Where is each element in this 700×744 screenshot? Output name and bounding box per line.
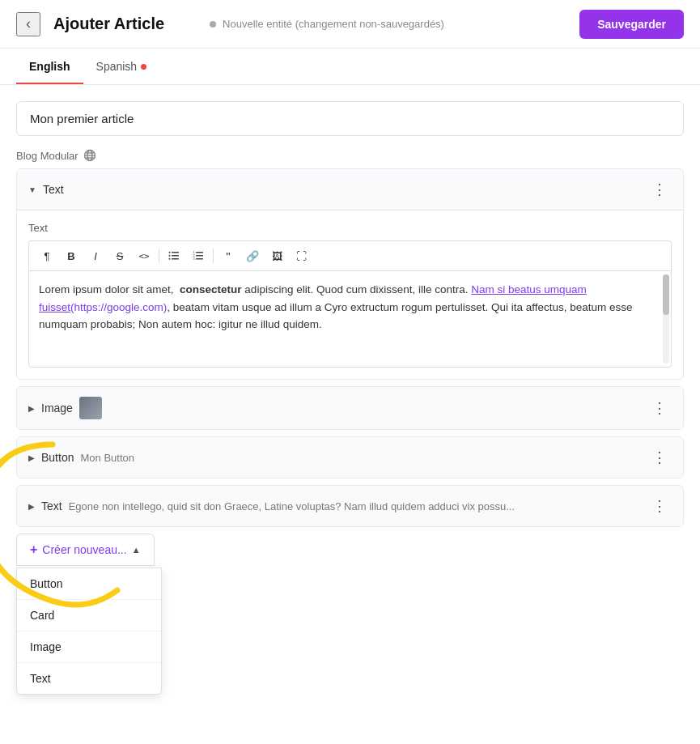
toolbar-fullscreen-btn[interactable]: ⛶ <box>290 244 312 267</box>
header: ‹ Ajouter Article Nouvelle entité (chang… <box>0 0 700 49</box>
svg-rect-7 <box>172 258 179 260</box>
toolbar-code-btn[interactable]: <> <box>133 244 155 267</box>
image-block: ▶ Image ⋮ <box>16 386 684 430</box>
svg-rect-13 <box>196 258 203 260</box>
svg-rect-6 <box>172 255 179 257</box>
chevron-down-icon: ▼ <box>28 185 36 194</box>
scrollbar-down-arrow[interactable]: ▼ <box>663 363 669 368</box>
blog-modular-label: Blog Modular <box>16 149 684 162</box>
svg-point-10 <box>169 258 171 260</box>
chevron-right-icon-3: ▶ <box>28 502 35 511</box>
image-block-label: Image <box>41 402 73 415</box>
button-block-label: Button <box>41 451 74 464</box>
tab-english-label: English <box>29 60 70 73</box>
globe-icon <box>83 149 96 162</box>
page-title: Ajouter Article <box>53 15 164 33</box>
image-block-menu-button[interactable]: ⋮ <box>647 398 672 419</box>
inner-text-label: Text <box>28 222 672 234</box>
button-block-menu-button[interactable]: ⋮ <box>647 447 672 468</box>
button-block-preview: Mon Button <box>80 452 641 464</box>
editor-wrapper: Lorem ipsum dolor sit amet, consectetur … <box>28 270 672 368</box>
status-dot <box>210 21 216 28</box>
plus-icon: + <box>30 542 37 557</box>
toolbar-italic-btn[interactable]: I <box>84 244 107 267</box>
toolbar-strikethrough-btn[interactable]: S <box>108 244 131 267</box>
toolbar-image-btn[interactable]: 🖼 <box>265 244 288 267</box>
image-block-header[interactable]: ▶ Image ⋮ <box>17 387 683 429</box>
text-block-1-body: Text ¶ B I S <> <box>17 210 683 379</box>
svg-rect-11 <box>196 252 203 253</box>
dropdown-item-card[interactable]: Card <box>17 600 161 631</box>
status-area: Nouvelle entité (changement non-sauvegar… <box>210 18 444 30</box>
back-button[interactable]: ‹ <box>16 12 40 36</box>
toolbar-paragraph-btn[interactable]: ¶ <box>36 244 58 267</box>
toolbar-link-btn[interactable]: 🔗 <box>241 244 264 267</box>
create-new-dropdown: Button Card Image Text <box>16 568 162 695</box>
chevron-right-icon: ▶ <box>28 404 35 413</box>
text-block-2: ▶ Text Egone non intellego, quid sit don… <box>16 485 684 527</box>
toolbar-ol-btn[interactable]: 1 2 3 <box>187 244 210 267</box>
tab-spanish-label: Spanish <box>96 60 138 73</box>
text-block-1: ▼ Text ⋮ Text ¶ B I S <> <box>16 168 684 380</box>
status-text: Nouvelle entité (changement non-sauvegar… <box>223 18 444 30</box>
svg-rect-5 <box>172 252 179 253</box>
editor-content: Lorem ipsum dolor sit amet, consectetur … <box>39 283 633 330</box>
text-block-2-preview: Egone non intellego, quid sit don Graece… <box>69 500 641 512</box>
language-tabs: English Spanish <box>0 49 700 85</box>
chevron-right-icon-2: ▶ <box>28 453 35 462</box>
blog-modular-text: Blog Modular <box>16 150 78 162</box>
scrollbar-thumb[interactable] <box>663 274 669 315</box>
text-block-2-label: Text <box>41 500 62 512</box>
text-block-1-label: Text <box>43 183 64 196</box>
editor-area[interactable]: Lorem ipsum dolor sit amet, consectetur … <box>28 270 672 368</box>
toolbar-sep-2 <box>213 249 214 263</box>
svg-point-8 <box>169 252 171 253</box>
svg-point-9 <box>169 255 171 257</box>
button-block-header[interactable]: ▶ Button Mon Button ⋮ <box>17 437 683 478</box>
text-block-2-menu-button[interactable]: ⋮ <box>647 495 672 517</box>
create-new-label: Créer nouveau... <box>42 543 126 556</box>
save-button[interactable]: Sauvegarder <box>579 10 684 39</box>
create-new-button[interactable]: + Créer nouveau... ▲ <box>16 534 155 566</box>
editor-toolbar: ¶ B I S <> <box>28 240 672 270</box>
spanish-unsaved-dot <box>141 64 146 70</box>
button-block: ▶ Button Mon Button ⋮ <box>16 436 684 478</box>
caret-up-icon: ▲ <box>132 545 141 555</box>
tab-spanish[interactable]: Spanish <box>83 49 160 84</box>
svg-text:3: 3 <box>193 257 196 261</box>
text-block-1-header[interactable]: ▼ Text ⋮ <box>17 169 683 210</box>
list-ul-icon <box>168 250 180 261</box>
toolbar-ul-btn[interactable] <box>163 244 185 267</box>
tab-english[interactable]: English <box>16 49 83 84</box>
text-block-1-menu-button[interactable]: ⋮ <box>647 179 672 200</box>
create-new-area: + Créer nouveau... ▲ Button Card Image T… <box>16 534 684 566</box>
list-ol-icon: 1 2 3 <box>193 250 204 261</box>
dropdown-item-button[interactable]: Button <box>17 568 161 600</box>
dropdown-item-text[interactable]: Text <box>17 663 161 694</box>
text-block-2-header[interactable]: ▶ Text Egone non intellego, quid sit don… <box>17 486 683 526</box>
image-thumbnail <box>79 397 102 419</box>
image-thumbnail-img <box>79 397 102 419</box>
dropdown-item-image[interactable]: Image <box>17 631 161 663</box>
main-content: Blog Modular ▼ Text ⋮ Text ¶ B I S <> <box>0 85 700 582</box>
editor-scrollbar[interactable]: ▲ ▼ <box>663 274 669 363</box>
article-title-input[interactable] <box>16 101 684 136</box>
toolbar-sep-1 <box>159 249 159 263</box>
toolbar-bold-btn[interactable]: B <box>60 244 83 267</box>
toolbar-blockquote-btn[interactable]: " <box>217 244 240 267</box>
svg-rect-12 <box>196 255 203 257</box>
